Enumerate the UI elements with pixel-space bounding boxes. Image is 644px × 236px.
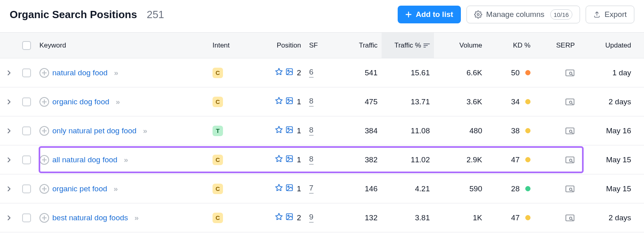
col-sf[interactable]: SF bbox=[305, 41, 333, 50]
col-keyword[interactable]: Keyword bbox=[35, 41, 208, 50]
col-traffic[interactable]: Traffic bbox=[333, 41, 382, 50]
add-keyword-icon[interactable] bbox=[39, 155, 49, 165]
open-keyword-icon[interactable]: » bbox=[134, 213, 139, 222]
col-position[interactable]: Position bbox=[249, 41, 305, 50]
table-row: all natural dog food»C1838211.022.9K47Ma… bbox=[0, 145, 644, 174]
position-cell: 1 bbox=[249, 97, 305, 107]
row-checkbox[interactable] bbox=[18, 126, 35, 135]
svg-point-8 bbox=[288, 99, 289, 100]
serp-cell[interactable] bbox=[535, 214, 579, 222]
add-to-list-button[interactable]: Add to list bbox=[398, 6, 461, 23]
kd-difficulty-dot bbox=[525, 128, 530, 133]
position-value: 1 bbox=[297, 97, 301, 106]
sf-value[interactable]: 7 bbox=[309, 184, 314, 194]
export-button[interactable]: Export bbox=[586, 6, 634, 23]
image-pack-icon bbox=[285, 155, 293, 165]
open-keyword-icon[interactable]: » bbox=[143, 126, 147, 135]
expand-toggle[interactable] bbox=[0, 128, 18, 134]
keyword-link[interactable]: best natural dog foods bbox=[52, 213, 128, 222]
sf-cell: 7 bbox=[305, 184, 333, 194]
keyword-link[interactable]: organic pet food bbox=[52, 184, 107, 193]
position-cell: 1 bbox=[249, 184, 305, 194]
select-all-checkbox[interactable] bbox=[22, 41, 31, 50]
plus-icon bbox=[405, 11, 412, 18]
featured-snippet-icon bbox=[275, 68, 283, 78]
add-keyword-icon[interactable] bbox=[39, 126, 49, 136]
export-icon bbox=[593, 11, 601, 18]
keyword-link[interactable]: all natural dog food bbox=[52, 155, 118, 164]
row-checkbox[interactable] bbox=[18, 213, 35, 222]
row-checkbox[interactable] bbox=[18, 184, 35, 193]
open-keyword-icon[interactable]: » bbox=[124, 155, 128, 164]
kd-difficulty-dot bbox=[525, 215, 530, 220]
traffic-cell: 382 bbox=[333, 155, 382, 164]
expand-toggle[interactable] bbox=[0, 70, 18, 76]
keyword-link[interactable]: natural dog food bbox=[52, 68, 107, 77]
sf-value[interactable]: 8 bbox=[309, 126, 314, 136]
svg-marker-16 bbox=[276, 155, 283, 162]
table-row: only natural pet dog food»T1838411.08480… bbox=[0, 116, 644, 145]
sf-value[interactable]: 9 bbox=[309, 213, 314, 223]
add-keyword-icon[interactable] bbox=[39, 97, 49, 107]
sf-value[interactable]: 6 bbox=[309, 68, 314, 78]
volume-cell: 6.6K bbox=[434, 68, 486, 77]
serp-cell[interactable] bbox=[535, 69, 579, 77]
serp-cell[interactable] bbox=[535, 98, 579, 106]
col-checkbox[interactable] bbox=[18, 41, 35, 50]
manage-columns-button[interactable]: Manage columns 10/16 bbox=[466, 6, 580, 23]
featured-snippet-icon bbox=[275, 213, 283, 223]
col-updated[interactable]: Updated bbox=[579, 41, 635, 50]
sf-cell: 8 bbox=[305, 97, 333, 107]
add-keyword-icon[interactable] bbox=[39, 68, 49, 78]
serp-cell[interactable] bbox=[535, 185, 579, 193]
add-keyword-icon[interactable] bbox=[39, 213, 49, 223]
row-checkbox[interactable] bbox=[18, 68, 35, 77]
keyword-link[interactable]: organic dog food bbox=[52, 97, 109, 106]
svg-point-15 bbox=[570, 130, 572, 132]
position-cell: 1 bbox=[249, 126, 305, 136]
traffic-cell: 541 bbox=[333, 68, 382, 77]
toolbar: Organic Search Positions 251 Add to list… bbox=[0, 0, 644, 32]
keyword-cell: organic pet food» bbox=[35, 184, 208, 194]
position-value: 1 bbox=[297, 155, 301, 164]
columns-count-pill: 10/16 bbox=[550, 9, 573, 20]
volume-cell: 590 bbox=[434, 184, 486, 193]
open-keyword-icon[interactable]: » bbox=[116, 97, 120, 106]
image-pack-icon bbox=[285, 68, 293, 78]
add-keyword-icon[interactable] bbox=[39, 184, 49, 194]
updated-cell: May 16 bbox=[579, 126, 635, 135]
col-traffic-pct[interactable]: Traffic % bbox=[382, 33, 434, 58]
position-value: 2 bbox=[297, 68, 301, 77]
svg-point-0 bbox=[477, 14, 479, 16]
intent-cell: T bbox=[208, 126, 249, 136]
expand-toggle[interactable] bbox=[0, 186, 18, 192]
image-pack-icon bbox=[285, 97, 293, 107]
intent-badge: C bbox=[213, 155, 223, 165]
intent-cell: C bbox=[208, 184, 249, 194]
keyword-link[interactable]: only natural pet dog food bbox=[52, 126, 136, 135]
svg-point-20 bbox=[570, 159, 572, 161]
col-serp[interactable]: SERP bbox=[535, 41, 579, 50]
kd-cell: 47 bbox=[486, 155, 535, 164]
open-keyword-icon[interactable]: » bbox=[114, 184, 118, 193]
expand-toggle[interactable] bbox=[0, 215, 18, 221]
sf-value[interactable]: 8 bbox=[309, 155, 314, 165]
featured-snippet-icon bbox=[275, 184, 283, 194]
expand-toggle[interactable] bbox=[0, 157, 18, 163]
serp-cell[interactable] bbox=[535, 127, 579, 135]
traffic-cell: 132 bbox=[333, 213, 382, 222]
expand-toggle[interactable] bbox=[0, 99, 18, 105]
col-intent[interactable]: Intent bbox=[208, 41, 249, 50]
row-checkbox[interactable] bbox=[18, 155, 35, 164]
svg-point-28 bbox=[288, 215, 289, 216]
volume-cell: 1K bbox=[434, 213, 486, 222]
intent-badge: C bbox=[213, 68, 223, 78]
serp-cell[interactable] bbox=[535, 156, 579, 164]
sf-value[interactable]: 8 bbox=[309, 97, 314, 107]
open-keyword-icon[interactable]: » bbox=[114, 68, 118, 77]
col-volume[interactable]: Volume bbox=[434, 41, 486, 50]
col-kd[interactable]: KD % bbox=[486, 41, 535, 50]
row-checkbox[interactable] bbox=[18, 97, 35, 106]
intent-cell: C bbox=[208, 213, 249, 223]
sort-desc-icon bbox=[423, 43, 430, 48]
